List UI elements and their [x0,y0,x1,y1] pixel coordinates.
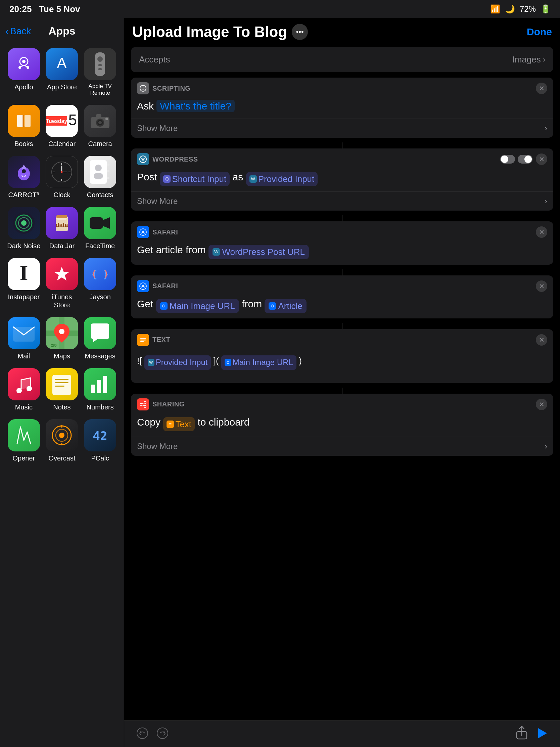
svg-rect-59 [55,379,69,380]
app-icon-itunes [46,258,78,290]
connector-4 [342,323,342,329]
safari-icon-2 [137,280,149,292]
app-item-notes[interactable]: Notes [45,368,79,411]
provided-input-pill[interactable]: W Provided Input [246,172,318,186]
app-item-numbers[interactable]: Numbers [83,368,117,411]
ask-variable[interactable]: What's the title? [156,100,235,112]
wp-post-url-icon: W [213,248,220,256]
svg-point-37 [94,173,103,179]
status-date: Tue 5 Nov [39,4,80,14]
app-icon-messages [84,317,116,349]
app-item-pcalc[interactable]: 42 PCalc [83,419,117,462]
app-item-appstore[interactable]: A App Store [45,48,79,97]
show-more-scripting[interactable]: Show More › [131,119,553,138]
text-suffix: ) [299,356,302,366]
app-item-calendar[interactable]: Tuesday 5 Calendar [45,105,79,148]
text-content-area[interactable]: ![ W Provided Input ]( ⊙ Main Image URL … [131,349,553,383]
text-pill[interactable]: ≡ Text [163,417,195,431]
done-button[interactable]: Done [527,26,552,37]
app-item-camera[interactable]: Camera [83,105,117,148]
app-label-darknoise: Dark Noise [7,242,40,250]
text-mid: ]( [214,356,219,366]
post-label: Post [137,171,160,182]
app-item-datajar[interactable]: data Data Jar [45,207,79,250]
accepts-bar[interactable]: Accepts Images › [131,47,553,72]
from-label-1: from [186,244,209,255]
back-button[interactable]: ‹ Back [5,26,31,37]
app-item-opener[interactable]: Opener [7,419,41,462]
app-item-jayson[interactable]: { } Jayson [83,258,117,309]
clipboard-label: to clipboard [197,416,249,428]
svg-point-92 [137,728,148,739]
panel-title: Apps [49,25,76,37]
app-item-music[interactable]: Music [7,368,41,411]
main-image-url-pill[interactable]: ⊙ Main Image URL [156,299,239,313]
toggle-switch[interactable] [500,155,515,163]
app-icon-books [8,105,40,137]
action-header-text: TEXT ✕ [131,329,553,349]
app-label-instapaper: Instapaper [8,293,40,301]
accepts-chevron-icon: › [543,55,545,64]
shortcut-input-pill[interactable]: ⬡ Shortcut Input [160,172,230,186]
app-item-maps[interactable]: 280 Maps [45,317,79,360]
redo-button[interactable] [153,727,172,739]
app-item-itunes[interactable]: iTunes Store [45,258,79,309]
svg-rect-46 [90,217,103,229]
connector-3 [342,269,342,276]
wordpress-close-button[interactable]: ✕ [536,154,547,165]
safari-2-close-button[interactable]: ✕ [536,280,547,292]
app-item-contacts[interactable]: Contacts [83,156,117,199]
svg-line-91 [142,405,144,406]
svg-text:W: W [141,157,145,161]
back-chevron-icon: ‹ [5,26,9,37]
main-image-url-pill-2[interactable]: ⊙ Main Image URL [221,355,296,369]
svg-rect-84 [140,338,146,339]
action-body-scripting: Ask What's the title? [131,98,553,119]
battery-indicator: 72% [520,4,536,14]
wordpress-post-url-pill[interactable]: W WordPress Post URL [209,245,309,259]
show-more-wordpress[interactable]: Show More › [131,191,553,211]
action-header-safari-1: SAFARI ✕ [131,221,553,241]
scripting-close-button[interactable]: ✕ [536,83,547,94]
undo-button[interactable] [132,727,153,739]
sharing-icon [137,398,149,410]
app-item-appletv[interactable]: Apple TV Remote [83,48,117,97]
play-button[interactable] [532,726,552,740]
svg-rect-86 [140,341,144,342]
wordpress-icon: W [137,153,149,165]
share-button[interactable] [512,726,532,740]
accepts-label: Accepts [139,54,170,65]
svg-rect-44 [56,215,67,218]
app-item-apollo[interactable]: Apollo [7,48,41,97]
app-icon-facetime [84,207,116,239]
app-item-mail[interactable]: Mail [7,317,41,360]
svg-rect-10 [98,68,102,70]
app-item-instapaper[interactable]: I Instapaper [7,258,41,309]
text-close-button[interactable]: ✕ [536,334,547,345]
app-item-overcast[interactable]: Overcast [45,419,79,462]
svg-point-1 [22,60,26,63]
app-item-clock[interactable]: Clock [45,156,79,199]
provided-input-icon-2: W [148,359,155,366]
sharing-close-button[interactable]: ✕ [536,399,547,410]
article-pill[interactable]: ⊙ Article [265,299,306,313]
toggle-switch-2[interactable] [518,155,532,163]
svg-point-31 [61,171,63,173]
safari-1-close-button[interactable]: ✕ [536,226,547,238]
app-item-facetime[interactable]: FaceTime [83,207,117,250]
app-item-darknoise[interactable]: Dark Noise [7,207,41,250]
app-item-messages[interactable]: Messages [83,317,117,360]
app-label-datajar: Data Jar [49,242,75,250]
app-icon-maps: 280 [46,317,78,349]
action-header-scripting: SCRIPTING ✕ [131,78,553,98]
provided-input-pill-2[interactable]: W Provided Input [144,355,211,369]
safari-type-label-2: SAFARI [153,282,178,290]
svg-point-5 [27,66,29,69]
show-more-sharing[interactable]: Show More › [131,437,553,456]
wordpress-type-label: WORDPRESS [153,156,198,163]
svg-point-57 [27,386,32,391]
app-item-carrot[interactable]: CARROT⁵ [7,156,41,199]
ellipsis-button[interactable]: ••• [292,24,308,40]
scripting-icon [137,82,149,94]
app-item-books[interactable]: Books [7,105,41,148]
